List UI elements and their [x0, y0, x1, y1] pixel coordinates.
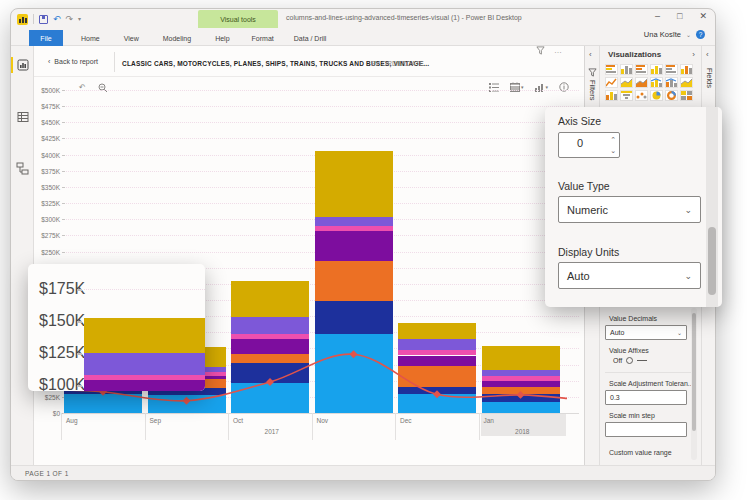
format-pane-scrollbar[interactable] [691, 308, 697, 460]
bar-segment[interactable] [315, 217, 393, 227]
bar-segment[interactable] [315, 334, 393, 413]
format-pane: Value Decimals Auto⌄ Value Affixes Off S… [605, 308, 693, 459]
sidebar-item-data-view[interactable] [11, 108, 34, 126]
y-axis-tick-label: $400K [34, 151, 60, 158]
minimize-button[interactable]: – [655, 11, 660, 21]
stacked-column-chart-icon[interactable] [620, 64, 633, 75]
magnified-bar-segment[interactable] [84, 375, 205, 380]
tab-format[interactable]: Format [242, 35, 284, 42]
bar-segment[interactable] [398, 339, 476, 350]
bar-segment[interactable] [398, 350, 476, 355]
bar-segment[interactable] [315, 301, 393, 334]
bar-segment[interactable] [231, 339, 309, 354]
tab-help[interactable]: Help [203, 35, 241, 42]
matrix-icon[interactable] [680, 90, 693, 101]
active-indicator [11, 57, 13, 73]
bar-segment[interactable] [398, 323, 476, 340]
powerbi-logo-icon[interactable] [17, 14, 28, 25]
funnel-chart-icon[interactable] [620, 90, 633, 101]
axis-size-spinner[interactable]: 0 ⌃ ⌄ [558, 132, 620, 158]
line-chart-icon[interactable] [605, 77, 618, 88]
qat-customize-caret-icon[interactable]: ▾ [78, 14, 81, 24]
bar-segment[interactable] [231, 363, 309, 383]
bar-segment[interactable] [315, 231, 393, 261]
donut-chart-icon[interactable] [665, 90, 678, 101]
bar-segment[interactable] [482, 387, 560, 395]
bar-segment[interactable] [482, 381, 560, 386]
bar-segment[interactable] [231, 281, 309, 318]
spinner-up-icon[interactable]: ⌃ [610, 134, 616, 145]
spinner-down-icon[interactable]: ⌄ [610, 145, 616, 156]
tab-view[interactable]: View [112, 35, 151, 42]
undo-icon[interactable]: ↶ [53, 14, 61, 24]
visual-tools-contextual-tab[interactable]: Visual tools [198, 10, 278, 28]
bar-segment[interactable] [482, 346, 560, 370]
sidebar-item-model-view[interactable] [11, 159, 34, 177]
bar-segment[interactable] [482, 402, 560, 413]
titlebar: ↶ ↷ ▾ Visual tools columns-and-lines-usi… [11, 9, 715, 28]
category-separator [312, 413, 313, 440]
pie-chart-icon[interactable] [650, 90, 663, 101]
gridline [63, 122, 579, 123]
model-view-icon [16, 162, 29, 175]
redo-icon[interactable]: ↷ [66, 14, 74, 24]
line-stacked-column-chart-icon[interactable] [665, 77, 678, 88]
expand-fields-chevron-icon[interactable]: ‹ [706, 50, 709, 59]
bar-segment[interactable] [482, 370, 560, 375]
magnified-scrollbar[interactable] [706, 107, 718, 307]
expand-filters-chevron-icon[interactable]: ‹ [589, 50, 592, 59]
sidebar-item-report-view[interactable] [11, 56, 34, 74]
gridline [63, 106, 579, 107]
bar-segment[interactable] [482, 376, 560, 382]
axis-zoom-callout: $175K$150K$125K$100K [28, 264, 205, 391]
stacked-area-chart-icon[interactable] [635, 77, 648, 88]
bar-segment[interactable] [64, 394, 142, 413]
bar-segment[interactable] [315, 151, 393, 216]
area-chart-icon[interactable] [620, 77, 633, 88]
data-view-icon [17, 111, 29, 123]
line-clustered-column-chart-icon[interactable] [650, 77, 663, 88]
bar-segment[interactable] [398, 394, 476, 413]
magnified-bar-segment[interactable] [84, 318, 205, 353]
bar-segment[interactable] [482, 394, 560, 402]
tab-modeling[interactable]: Modeling [151, 35, 203, 42]
value-affixes-toggle[interactable]: Off [613, 357, 693, 364]
100-stacked-column-chart-icon[interactable] [680, 64, 693, 75]
bar-segment[interactable] [231, 383, 309, 413]
waterfall-chart-icon[interactable] [605, 90, 618, 101]
ribbon-chart-icon[interactable] [680, 77, 693, 88]
bar-segment[interactable] [398, 356, 476, 367]
display-units-dropdown[interactable]: Auto⌄ [558, 262, 701, 289]
clustered-column-chart-icon[interactable] [650, 64, 663, 75]
tab-home[interactable]: Home [69, 35, 112, 42]
collapse-visualizations-chevron-icon[interactable]: › [692, 50, 695, 59]
tab-file[interactable]: File [29, 30, 63, 46]
bar-segment[interactable] [398, 387, 476, 395]
tab-data-drill[interactable]: Data / Drill [284, 35, 337, 42]
bar-segment[interactable] [231, 354, 309, 363]
filters-pane-label: Filters [588, 80, 597, 100]
magnified-bar-segment[interactable] [84, 380, 205, 391]
bar-segment[interactable] [231, 317, 309, 333]
clustered-bar-chart-icon[interactable] [635, 64, 648, 75]
close-button[interactable]: ✕ [699, 11, 707, 21]
scrollbar-thumb[interactable] [708, 227, 716, 295]
save-icon[interactable] [39, 15, 48, 24]
bar-segment[interactable] [148, 395, 226, 413]
scatter-chart-icon[interactable] [635, 90, 648, 101]
filters-funnel-icon [588, 68, 597, 77]
stacked-bar-chart-icon[interactable] [605, 64, 618, 75]
value-type-dropdown[interactable]: Numeric⌄ [558, 196, 701, 223]
maximize-button[interactable]: □ [677, 11, 682, 21]
value-decimals-dropdown[interactable]: Auto⌄ [605, 325, 687, 340]
magnified-bar-segment[interactable] [84, 353, 205, 375]
format-zoom-callout: Axis Size 0 ⌃ ⌄ Value Type Numeric⌄ Disp… [545, 107, 722, 307]
scrollbar-thumb[interactable] [692, 313, 696, 431]
bar-segment[interactable] [315, 226, 393, 231]
bar-segment[interactable] [231, 334, 309, 340]
scale-adjustment-input[interactable]: 0.3 [605, 390, 687, 405]
bar-segment[interactable] [398, 366, 476, 386]
scale-min-step-input[interactable] [605, 422, 687, 437]
bar-segment[interactable] [315, 261, 393, 301]
100-stacked-bar-chart-icon[interactable] [665, 64, 678, 75]
